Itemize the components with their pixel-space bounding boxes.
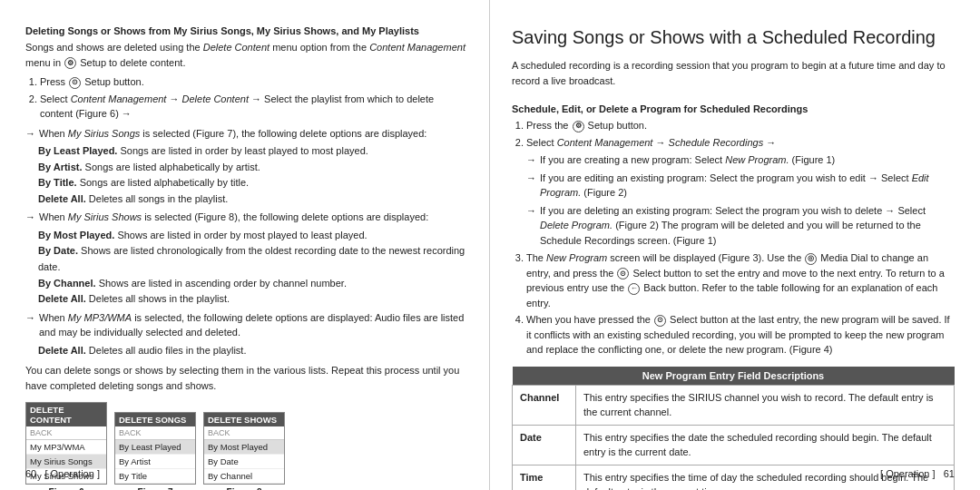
select-icon-2: ⊙ — [654, 315, 666, 327]
indent-1-item-1: By Least Played. Songs are listed in ord… — [38, 143, 467, 160]
indent-block-3: Delete All. Deletes all audio files in t… — [38, 343, 467, 359]
indent-2-item-2: By Date. Shows are listed chronologicall… — [38, 243, 467, 275]
indent-2-item-3: By Channel. Shows are listed in ascendin… — [38, 276, 467, 292]
right-arrow-3: → If you are deleting an existing progra… — [526, 203, 955, 249]
back-icon: ← — [628, 283, 640, 295]
figure-7-menu: DELETE SONGS BACK By Least Played By Art… — [114, 412, 196, 485]
arrow-block-1-text: When My Sirius Songs is selected (Figure… — [39, 126, 426, 142]
right-arrow-icon-3: → — [526, 203, 536, 219]
right-arrow-1: → If you are creating a new program: Sel… — [526, 152, 955, 168]
indent-2-item-4: Delete All. Deletes all shows in the pla… — [38, 291, 467, 308]
left-step-1: Press ⊙ Setup button. — [40, 74, 467, 90]
right-arrow-icon-1: → — [526, 152, 536, 168]
arrow-block-2-text: When My Sirius Shows is selected (Figure… — [39, 210, 428, 225]
right-footer: [ Operation ] 61 — [880, 468, 955, 479]
right-page-label: [ Operation ] — [880, 468, 936, 479]
table-field: Time — [513, 465, 576, 490]
table-desc: This entry specifies the SIRIUS channel … — [576, 385, 955, 425]
arrow-block-1: → When My Sirius Songs is selected (Figu… — [25, 126, 467, 142]
table-field: Date — [513, 425, 576, 465]
left-page-number: 60 — [25, 468, 36, 479]
right-arrow-3-text: If you are deleting an existing program:… — [540, 203, 955, 249]
right-page: Saving Songs or Shows with a Scheduled R… — [490, 0, 980, 490]
left-page: Deleting Songs or Shows from My Sirius S… — [0, 0, 490, 490]
figure-7-item-2: By Artist — [115, 455, 195, 469]
arrow-icon-2: → — [25, 210, 35, 225]
indent-2-item-1: By Most Played. Shows are listed in orde… — [38, 228, 467, 244]
figure-7-item-1: By Least Played — [115, 440, 195, 455]
arrow-block-3-text: When My MP3/WMA is selected, the followi… — [39, 310, 467, 340]
left-steps: Press ⊙ Setup button. Select Content Man… — [25, 74, 467, 122]
right-arrow-2: → If you are editing an existing program… — [526, 171, 955, 201]
right-bold-heading: Schedule, Edit, or Delete a Program for … — [512, 103, 955, 114]
table-row: DateThis entry specifies the date the sc… — [513, 425, 955, 465]
right-step-4: When you have pressed the ⊙ Select butto… — [526, 312, 955, 358]
figure-8-menu: DELETE SHOWS BACK By Most Played By Date… — [203, 412, 285, 485]
figure-7-box: DELETE SONGS BACK By Least Played By Art… — [114, 412, 196, 490]
table-row: ChannelThis entry specifies the SIRIUS c… — [513, 385, 955, 425]
indent-1-item-3: By Title. Songs are listed alphabeticall… — [38, 175, 467, 191]
media-dial-icon: ◎ — [805, 253, 817, 265]
figure-8-item-3: By Channel — [204, 469, 284, 484]
figure-7-item-3: By Title — [115, 469, 195, 484]
arrow-icon-3: → — [25, 310, 35, 326]
select-icon: ⊙ — [617, 268, 629, 279]
setup-icon: ⚙ — [64, 57, 76, 69]
figure-7-back: BACK — [115, 426, 195, 440]
arrow-block-3: → When My MP3/WMA is selected, the follo… — [25, 310, 467, 340]
left-footer: 60 [ Operation ] — [25, 468, 100, 479]
right-step-2: Select Content Management → Schedule Rec… — [526, 135, 955, 249]
table-desc: This entry specifies the date the schedu… — [576, 425, 955, 465]
figure-8-item-2: By Date — [204, 455, 284, 469]
indent-1-item-4: Delete All. Deletes all songs in the pla… — [38, 191, 467, 208]
right-arrow-2-text: If you are editing an existing program: … — [540, 171, 955, 201]
right-steps: Press the ⚙ Setup button. Select Content… — [512, 118, 955, 358]
setup-circle-icon-r: ⚙ — [573, 121, 584, 132]
figure-8-back: BACK — [204, 426, 284, 440]
right-arrow-1-text: If you are creating a new program: Selec… — [540, 152, 835, 168]
left-step-2: Select Content Management → Delete Conte… — [40, 92, 467, 122]
setup-circle-icon: ⊙ — [69, 77, 81, 89]
figure-8-header: DELETE SHOWS — [204, 413, 284, 426]
right-arrow-icon-2: → — [526, 171, 536, 186]
right-step-3: The New Program screen will be displayed… — [526, 250, 955, 310]
left-closing: You can delete songs or shows by selecti… — [25, 363, 467, 393]
figure-6-item-1: My MP3/WMA — [26, 440, 106, 455]
right-page-number: 61 — [944, 468, 955, 479]
indent-block-2: By Most Played. Shows are listed in orde… — [38, 228, 467, 308]
left-page-label: [ Operation ] — [44, 468, 100, 479]
arrow-block-2: → When My Sirius Shows is selected (Figu… — [25, 210, 467, 225]
indent-block-1: By Least Played. Songs are listed in ord… — [38, 143, 467, 207]
right-intro: A scheduled recording is a recording ses… — [512, 58, 955, 88]
figure-7-header: DELETE SONGS — [115, 413, 195, 426]
right-title: Saving Songs or Shows with a Scheduled R… — [512, 25, 955, 49]
figure-6-header: DELETE CONTENT — [26, 403, 106, 426]
figure-8-item-1: By Most Played — [204, 440, 284, 455]
left-bold-heading: Deleting Songs or Shows from My Sirius S… — [25, 25, 467, 36]
left-intro: Songs and shows are deleted using the De… — [25, 40, 467, 70]
indent-3-item-1: Delete All. Deletes all audio files in t… — [38, 343, 467, 359]
table-field: Channel — [513, 385, 576, 425]
table-header: New Program Entry Field Descriptions — [513, 367, 955, 386]
figure-6-back: BACK — [26, 426, 106, 440]
figure-8-box: DELETE SHOWS BACK By Most Played By Date… — [203, 412, 285, 490]
indent-1-item-2: By Artist. Songs are listed alphabetical… — [38, 160, 467, 176]
arrow-icon-1: → — [25, 126, 35, 142]
right-step-1: Press the ⚙ Setup button. — [526, 118, 955, 133]
